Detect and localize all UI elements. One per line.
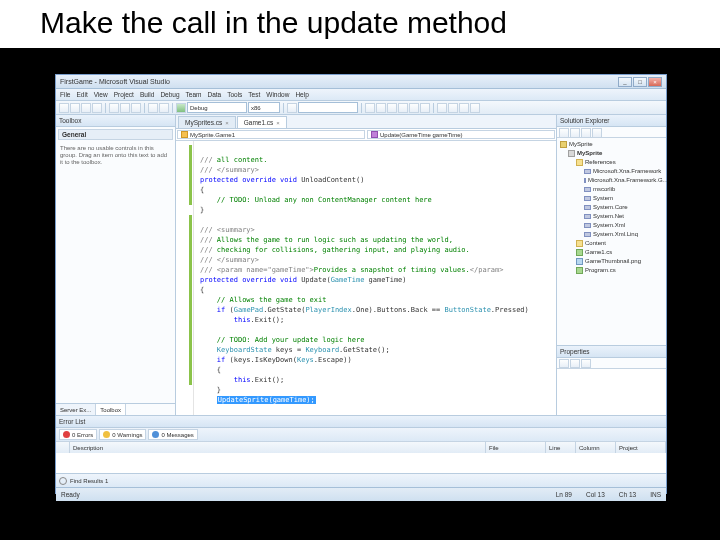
error-table[interactable]: Description File Line Column Project — [56, 442, 666, 473]
tool-icon[interactable] — [376, 103, 386, 113]
props-alpha-icon[interactable] — [570, 359, 580, 368]
save-all-icon[interactable] — [92, 103, 102, 113]
open-icon[interactable] — [70, 103, 80, 113]
col-project[interactable]: Project — [616, 442, 666, 453]
reference-item[interactable]: System — [560, 194, 663, 203]
menu-project[interactable]: Project — [114, 91, 134, 98]
menu-build[interactable]: Build — [140, 91, 154, 98]
tool-icon[interactable] — [365, 103, 375, 113]
window-title: FirstGame - Microsoft Visual Studio — [60, 78, 618, 85]
error-list-panel: Error List 0 Errors 0 Warnings 0 Message… — [56, 415, 666, 473]
file-node[interactable]: Game1.cs — [560, 248, 663, 257]
cut-icon[interactable] — [109, 103, 119, 113]
errors-filter[interactable]: 0 Errors — [59, 429, 97, 440]
solution-tree[interactable]: MySprite MySprite References Microsoft.X… — [557, 138, 666, 277]
code-editor[interactable]: /// all content. /// </summary> protecte… — [176, 141, 556, 415]
solution-explorer: Solution Explorer MySprite MySprite Refe… — [557, 115, 666, 345]
sln-tool-icon[interactable] — [581, 128, 591, 138]
find-results-label[interactable]: Find Results 1 — [70, 478, 108, 484]
undo-icon[interactable] — [148, 103, 158, 113]
tab-toolbox[interactable]: Toolbox — [96, 404, 126, 415]
paste-icon[interactable] — [131, 103, 141, 113]
status-bar: Ready Ln 89 Col 13 Ch 13 INS — [56, 487, 666, 501]
platform-select[interactable]: x86 — [248, 102, 280, 113]
menu-edit[interactable]: Edit — [76, 91, 87, 98]
sln-tool-icon[interactable] — [559, 128, 569, 138]
reference-item[interactable]: Microsoft.Xna.Framework — [560, 167, 663, 176]
find-icon[interactable] — [287, 103, 297, 113]
new-project-icon[interactable] — [59, 103, 69, 113]
status-ready: Ready — [61, 491, 80, 498]
project-node[interactable]: MySprite — [560, 149, 663, 158]
reference-item[interactable]: System.Net — [560, 212, 663, 221]
col-line[interactable]: Line — [546, 442, 576, 453]
properties-grid[interactable] — [557, 369, 666, 415]
solution-explorer-header[interactable]: Solution Explorer — [557, 115, 666, 127]
tool-icon[interactable] — [437, 103, 447, 113]
references-node[interactable]: References — [560, 158, 663, 167]
copy-icon[interactable] — [120, 103, 130, 113]
status-column: Col 13 — [586, 491, 605, 498]
tool-icon[interactable] — [409, 103, 419, 113]
col-icon[interactable] — [56, 442, 70, 453]
toolbox-header[interactable]: Toolbox — [56, 115, 175, 127]
reference-item[interactable]: mscorlib — [560, 185, 663, 194]
config-select[interactable]: Debug — [187, 102, 247, 113]
tool-icon[interactable] — [387, 103, 397, 113]
title-bar[interactable]: FirstGame - Microsoft Visual Studio _ □ … — [56, 75, 666, 89]
close-icon[interactable]: × — [225, 120, 229, 126]
error-list-header[interactable]: Error List — [56, 416, 666, 428]
menu-team[interactable]: Team — [186, 91, 202, 98]
find-combo[interactable] — [298, 102, 358, 113]
tool-icon[interactable] — [448, 103, 458, 113]
search-icon — [59, 477, 67, 485]
file-node[interactable]: GameThumbnail.png — [560, 257, 663, 266]
col-column[interactable]: Column — [576, 442, 616, 453]
close-button[interactable]: × — [648, 77, 662, 87]
menu-tools[interactable]: Tools — [227, 91, 242, 98]
file-node[interactable]: Program.cs — [560, 266, 663, 275]
maximize-button[interactable]: □ — [633, 77, 647, 87]
reference-item[interactable]: System.Core — [560, 203, 663, 212]
menu-debug[interactable]: Debug — [160, 91, 179, 98]
warnings-filter[interactable]: 0 Warnings — [99, 429, 146, 440]
sln-tool-icon[interactable] — [570, 128, 580, 138]
redo-icon[interactable] — [159, 103, 169, 113]
menu-help[interactable]: Help — [295, 91, 308, 98]
solution-node[interactable]: MySprite — [560, 140, 663, 149]
props-categorize-icon[interactable] — [559, 359, 569, 368]
reference-item[interactable]: System.Xml — [560, 221, 663, 230]
tab-game1[interactable]: Game1.cs× — [237, 116, 287, 128]
toolbar: Debug x86 — [56, 101, 666, 115]
reference-item[interactable]: System.Xml.Linq — [560, 230, 663, 239]
save-icon[interactable] — [81, 103, 91, 113]
col-description[interactable]: Description — [70, 442, 486, 453]
reference-item[interactable]: Microsoft.Xna.Framework.G... — [560, 176, 663, 185]
tool-icon[interactable] — [420, 103, 430, 113]
sln-tool-icon[interactable] — [592, 128, 602, 138]
props-pages-icon[interactable] — [581, 359, 591, 368]
status-line: Ln 89 — [556, 491, 572, 498]
class-navigator[interactable]: MySprite.Game1 — [177, 130, 365, 139]
messages-filter[interactable]: 0 Messages — [148, 429, 197, 440]
menu-data[interactable]: Data — [207, 91, 221, 98]
tool-icon[interactable] — [459, 103, 469, 113]
tab-server-explorer[interactable]: Server Ex... — [56, 404, 96, 415]
menu-view[interactable]: View — [94, 91, 108, 98]
menu-test[interactable]: Test — [248, 91, 260, 98]
menu-file[interactable]: File — [60, 91, 70, 98]
toolbox-group-general[interactable]: General — [58, 129, 173, 140]
col-file[interactable]: File — [486, 442, 546, 453]
tool-icon[interactable] — [398, 103, 408, 113]
minimize-button[interactable]: _ — [618, 77, 632, 87]
tool-icon[interactable] — [470, 103, 480, 113]
menu-window[interactable]: Window — [266, 91, 289, 98]
content-node[interactable]: Content — [560, 239, 663, 248]
highlighted-call[interactable]: UpdateSprite(gameTime); — [217, 396, 316, 404]
properties-header[interactable]: Properties — [557, 346, 666, 358]
member-navigator[interactable]: Update(GameTime gameTime) — [367, 130, 555, 139]
tab-mysprites[interactable]: MySprites.cs× — [178, 116, 236, 128]
start-debug-icon[interactable] — [176, 103, 186, 113]
close-icon[interactable]: × — [276, 120, 280, 126]
code-text[interactable]: /// all content. /// </summary> protecte… — [200, 145, 548, 415]
